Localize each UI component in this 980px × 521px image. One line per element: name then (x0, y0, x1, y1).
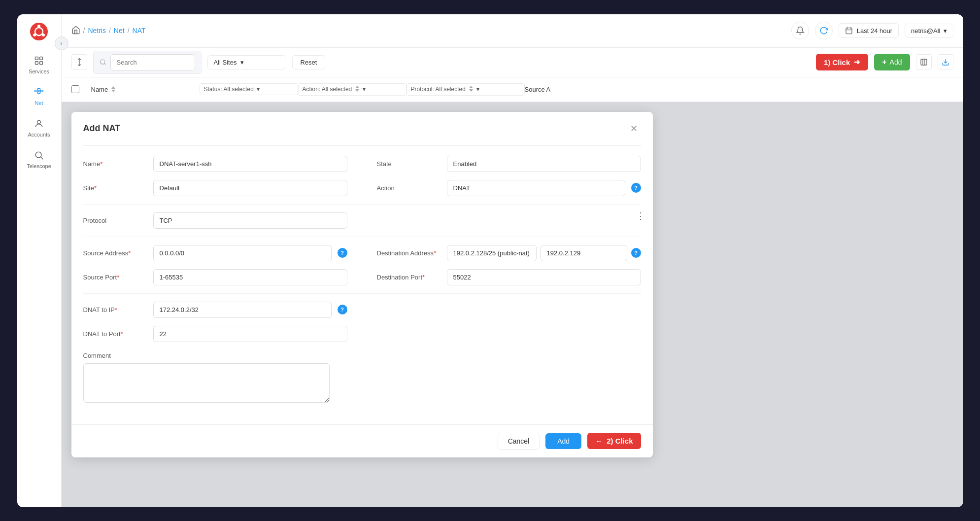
dest-port-input[interactable] (447, 269, 641, 285)
accounts-icon (33, 118, 45, 130)
main-content: / Netris / Net / NAT (62, 14, 963, 507)
click-badge-2: ← 2) Click (587, 433, 641, 449)
time-range-selector[interactable]: Last 24 hour (839, 23, 899, 38)
dnat-port-field-group: DNAT to Port* (83, 326, 347, 342)
search-box (93, 51, 202, 74)
modal-add-button[interactable]: Add (545, 433, 581, 449)
protocol-label: Protocol (83, 217, 147, 224)
breadcrumb-net: Net (114, 27, 125, 35)
state-select[interactable]: Enabled Disabled (447, 156, 641, 172)
th-protocol: Protocol: All selected ▾ (406, 83, 525, 96)
dnat-port-label: DNAT to Port* (83, 330, 147, 338)
site-select[interactable]: Default (153, 180, 347, 196)
comment-textarea[interactable] (83, 363, 330, 403)
name-sort-icon[interactable] (111, 86, 116, 92)
svg-rect-8 (40, 61, 43, 64)
arrow-icon-2: ← (595, 437, 603, 445)
modal-overlay: Add NAT ✕ ⋮ Name* (62, 102, 963, 507)
comment-section: Comment (83, 352, 641, 405)
home-icon (71, 26, 80, 36)
protocol-field-group: Protocol TCP UDP ALL (83, 212, 347, 229)
table-header: Name Status: All selected ▾ Action: All … (62, 77, 963, 102)
th-status: Status: All selected ▾ (200, 83, 298, 95)
svg-rect-6 (40, 57, 43, 60)
sort-button[interactable] (71, 54, 87, 70)
sidebar-item-accounts-label: Accounts (28, 132, 50, 138)
name-input[interactable] (153, 156, 347, 172)
source-address-input[interactable] (153, 245, 332, 261)
protocol-filter[interactable]: Protocol: All selected ▾ (406, 83, 525, 96)
refresh-button[interactable] (815, 22, 833, 39)
protocol-select[interactable]: TCP UDP ALL (153, 212, 347, 229)
source-port-field-group: Source Port* (83, 269, 347, 285)
modal-header: Add NAT ✕ (71, 112, 653, 136)
sidebar-item-accounts[interactable]: Accounts (17, 112, 61, 143)
status-filter[interactable]: Status: All selected ▾ (200, 83, 298, 95)
services-icon (33, 55, 45, 67)
user-selector[interactable]: netris@All ▾ (905, 24, 953, 38)
action-field-group: Action DNAT SNAT MASQUERADE ? (377, 180, 641, 196)
svg-rect-11 (38, 92, 40, 93)
th-checkbox (71, 85, 91, 93)
action-select[interactable]: DNAT SNAT MASQUERADE (447, 180, 625, 196)
content-area: Add NAT ✕ ⋮ Name* (62, 102, 963, 507)
columns-button[interactable] (916, 54, 932, 70)
top-bar-actions: Last 24 hour netris@All ▾ (791, 22, 953, 39)
action-help-icon[interactable]: ? (631, 183, 641, 193)
dest-address-select[interactable]: 192.0.2.128/25 (public-nat) (447, 245, 537, 261)
dest-address-field-group: Destination Address* 192.0.2.128/25 (pub… (377, 245, 641, 261)
breadcrumb-netris: Netris (88, 27, 106, 35)
svg-rect-5 (35, 57, 38, 60)
search-input[interactable] (110, 54, 195, 70)
modal-close-button[interactable]: ✕ (627, 122, 641, 136)
dnat-ip-label: DNAT to IP* (83, 306, 147, 313)
name-field-group: Name* (83, 156, 347, 172)
notification-bell-button[interactable] (791, 22, 809, 39)
search-icon (100, 59, 106, 66)
arrow-icon: ➜ (854, 58, 860, 67)
name-label: Name* (83, 160, 147, 168)
dnat-ip-help-icon[interactable]: ? (338, 305, 347, 314)
dest-ip-select[interactable]: 192.0.2.129 (541, 245, 627, 261)
sidebar-item-telescope[interactable]: Telescope (17, 143, 61, 175)
svg-point-3 (42, 34, 45, 36)
modal-more-button[interactable]: ⋮ (636, 210, 645, 221)
sidebar-item-services[interactable]: Services (17, 49, 61, 80)
th-action: Action: All selected ▾ (298, 83, 406, 96)
source-address-help-icon[interactable]: ? (338, 248, 347, 258)
toolbar: All Sites ▾ Reset 1) Click ➜ + Add (62, 48, 963, 77)
svg-point-16 (37, 120, 41, 124)
source-port-label: Source Port* (83, 274, 147, 281)
sidebar-item-telescope-label: Telescope (27, 163, 51, 169)
sidebar-item-services-label: Services (29, 69, 49, 74)
svg-line-25 (104, 64, 105, 65)
sites-dropdown[interactable]: All Sites ▾ (207, 55, 286, 69)
action-sort-icon (355, 86, 360, 93)
action-label: Action (377, 184, 441, 192)
reset-button[interactable]: Reset (292, 55, 326, 69)
source-port-input[interactable] (153, 269, 347, 285)
dnat-ip-input[interactable] (153, 302, 332, 318)
status-chevron-icon: ▾ (257, 86, 260, 93)
action-filter[interactable]: Action: All selected ▾ (298, 83, 406, 96)
svg-point-24 (100, 60, 104, 64)
cancel-button[interactable]: Cancel (498, 433, 540, 450)
sidebar-toggle[interactable]: › (55, 36, 68, 50)
app-logo (27, 19, 51, 44)
svg-point-2 (37, 25, 40, 28)
sidebar: › Services (17, 14, 62, 507)
add-icon: + (882, 58, 886, 67)
sidebar-item-net[interactable]: Net (17, 80, 61, 112)
th-source: Source A (525, 86, 953, 93)
select-all-checkbox[interactable] (71, 85, 79, 93)
download-button[interactable] (938, 54, 953, 70)
dest-address-help-icon[interactable]: ? (631, 248, 641, 258)
svg-rect-9 (35, 90, 37, 91)
site-label: Site* (83, 184, 147, 192)
svg-line-18 (40, 157, 43, 159)
dnat-port-input[interactable] (153, 326, 347, 342)
add-nat-button[interactable]: + Add (874, 54, 910, 70)
svg-rect-10 (38, 88, 40, 90)
net-icon (33, 86, 45, 98)
sidebar-item-net-label: Net (34, 100, 43, 106)
